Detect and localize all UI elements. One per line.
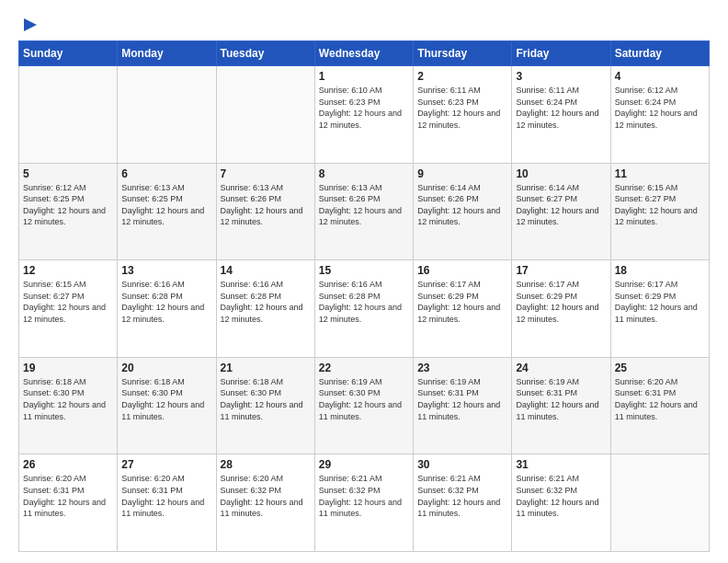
weekday-header-friday: Friday xyxy=(512,41,610,66)
day-number: 27 xyxy=(121,458,211,471)
day-info: Sunrise: 6:20 AM Sunset: 6:31 PM Dayligh… xyxy=(121,473,211,519)
day-info: Sunrise: 6:20 AM Sunset: 6:31 PM Dayligh… xyxy=(615,376,705,422)
day-info: Sunrise: 6:14 AM Sunset: 6:26 PM Dayligh… xyxy=(417,182,507,228)
day-info: Sunrise: 6:13 AM Sunset: 6:26 PM Dayligh… xyxy=(319,182,409,228)
day-number: 18 xyxy=(615,264,705,277)
day-info: Sunrise: 6:11 AM Sunset: 6:24 PM Dayligh… xyxy=(516,85,606,131)
weekday-header-row: SundayMondayTuesdayWednesdayThursdayFrid… xyxy=(19,41,710,66)
calendar-week-row: 19Sunrise: 6:18 AM Sunset: 6:30 PM Dayli… xyxy=(19,357,710,454)
day-info: Sunrise: 6:21 AM Sunset: 6:32 PM Dayligh… xyxy=(417,473,507,519)
day-number: 31 xyxy=(516,458,606,471)
calendar-cell xyxy=(19,66,118,164)
calendar-cell: 7Sunrise: 6:13 AM Sunset: 6:26 PM Daylig… xyxy=(216,163,314,260)
calendar-week-row: 1Sunrise: 6:10 AM Sunset: 6:23 PM Daylig… xyxy=(19,66,710,164)
day-number: 6 xyxy=(121,167,211,180)
calendar-cell: 9Sunrise: 6:14 AM Sunset: 6:26 PM Daylig… xyxy=(414,163,512,260)
weekday-header-tuesday: Tuesday xyxy=(216,41,314,66)
day-info: Sunrise: 6:17 AM Sunset: 6:29 PM Dayligh… xyxy=(516,279,606,325)
calendar-cell: 23Sunrise: 6:19 AM Sunset: 6:31 PM Dayli… xyxy=(414,357,512,454)
day-info: Sunrise: 6:16 AM Sunset: 6:28 PM Dayligh… xyxy=(221,279,311,325)
calendar-cell: 20Sunrise: 6:18 AM Sunset: 6:30 PM Dayli… xyxy=(118,357,216,454)
day-number: 29 xyxy=(319,458,409,471)
day-info: Sunrise: 6:16 AM Sunset: 6:28 PM Dayligh… xyxy=(121,279,211,325)
day-number: 12 xyxy=(23,264,113,277)
day-info: Sunrise: 6:13 AM Sunset: 6:26 PM Dayligh… xyxy=(221,182,311,228)
calendar-cell: 24Sunrise: 6:19 AM Sunset: 6:31 PM Dayli… xyxy=(512,357,610,454)
day-info: Sunrise: 6:15 AM Sunset: 6:27 PM Dayligh… xyxy=(615,182,705,228)
calendar-cell: 31Sunrise: 6:21 AM Sunset: 6:32 PM Dayli… xyxy=(512,454,610,552)
day-number: 25 xyxy=(615,362,705,374)
day-number: 15 xyxy=(319,264,409,277)
day-info: Sunrise: 6:17 AM Sunset: 6:29 PM Dayligh… xyxy=(417,279,507,325)
calendar-cell: 16Sunrise: 6:17 AM Sunset: 6:29 PM Dayli… xyxy=(414,260,512,358)
weekday-header-thursday: Thursday xyxy=(414,41,512,66)
calendar-cell xyxy=(118,66,216,164)
day-info: Sunrise: 6:12 AM Sunset: 6:25 PM Dayligh… xyxy=(23,182,113,228)
day-number: 10 xyxy=(516,167,606,180)
calendar-cell: 22Sunrise: 6:19 AM Sunset: 6:30 PM Dayli… xyxy=(314,357,413,454)
calendar-cell xyxy=(216,66,314,164)
day-info: Sunrise: 6:19 AM Sunset: 6:31 PM Dayligh… xyxy=(516,376,606,422)
calendar-week-row: 5Sunrise: 6:12 AM Sunset: 6:25 PM Daylig… xyxy=(19,163,710,260)
calendar-cell: 14Sunrise: 6:16 AM Sunset: 6:28 PM Dayli… xyxy=(216,260,314,358)
day-number: 2 xyxy=(417,70,507,83)
day-info: Sunrise: 6:11 AM Sunset: 6:23 PM Dayligh… xyxy=(417,85,507,131)
calendar-cell: 30Sunrise: 6:21 AM Sunset: 6:32 PM Dayli… xyxy=(414,454,512,552)
day-number: 9 xyxy=(417,167,507,180)
day-number: 3 xyxy=(516,70,606,83)
svg-marker-0 xyxy=(24,18,37,31)
day-number: 7 xyxy=(221,167,311,180)
day-number: 26 xyxy=(23,458,113,471)
calendar-cell: 18Sunrise: 6:17 AM Sunset: 6:29 PM Dayli… xyxy=(610,260,709,358)
weekday-header-monday: Monday xyxy=(118,41,216,66)
calendar-cell: 8Sunrise: 6:13 AM Sunset: 6:26 PM Daylig… xyxy=(314,163,413,260)
weekday-header-sunday: Sunday xyxy=(19,41,118,66)
day-info: Sunrise: 6:17 AM Sunset: 6:29 PM Dayligh… xyxy=(615,279,705,325)
day-number: 20 xyxy=(121,362,211,374)
day-number: 14 xyxy=(221,264,311,277)
day-info: Sunrise: 6:19 AM Sunset: 6:30 PM Dayligh… xyxy=(319,376,409,422)
day-number: 22 xyxy=(319,362,409,374)
logo xyxy=(18,15,40,31)
day-info: Sunrise: 6:13 AM Sunset: 6:25 PM Dayligh… xyxy=(121,182,211,228)
day-info: Sunrise: 6:20 AM Sunset: 6:31 PM Dayligh… xyxy=(23,473,113,519)
calendar-cell: 5Sunrise: 6:12 AM Sunset: 6:25 PM Daylig… xyxy=(19,163,118,260)
calendar-cell: 6Sunrise: 6:13 AM Sunset: 6:25 PM Daylig… xyxy=(118,163,216,260)
day-number: 11 xyxy=(615,167,705,180)
day-number: 1 xyxy=(319,70,409,83)
calendar-cell: 12Sunrise: 6:15 AM Sunset: 6:27 PM Dayli… xyxy=(19,260,118,358)
day-number: 5 xyxy=(23,167,113,180)
day-info: Sunrise: 6:14 AM Sunset: 6:27 PM Dayligh… xyxy=(516,182,606,228)
day-number: 28 xyxy=(221,458,311,471)
calendar-cell xyxy=(610,454,709,552)
logo-icon xyxy=(20,15,40,35)
day-number: 21 xyxy=(221,362,311,374)
calendar-cell: 29Sunrise: 6:21 AM Sunset: 6:32 PM Dayli… xyxy=(314,454,413,552)
calendar-cell: 1Sunrise: 6:10 AM Sunset: 6:23 PM Daylig… xyxy=(314,66,413,164)
day-info: Sunrise: 6:16 AM Sunset: 6:28 PM Dayligh… xyxy=(319,279,409,325)
day-number: 24 xyxy=(516,362,606,374)
day-info: Sunrise: 6:12 AM Sunset: 6:24 PM Dayligh… xyxy=(615,85,705,131)
calendar-cell: 15Sunrise: 6:16 AM Sunset: 6:28 PM Dayli… xyxy=(314,260,413,358)
day-info: Sunrise: 6:21 AM Sunset: 6:32 PM Dayligh… xyxy=(516,473,606,519)
weekday-header-wednesday: Wednesday xyxy=(314,41,413,66)
day-info: Sunrise: 6:18 AM Sunset: 6:30 PM Dayligh… xyxy=(221,376,311,422)
calendar-cell: 19Sunrise: 6:18 AM Sunset: 6:30 PM Dayli… xyxy=(19,357,118,454)
day-number: 17 xyxy=(516,264,606,277)
calendar-cell: 17Sunrise: 6:17 AM Sunset: 6:29 PM Dayli… xyxy=(512,260,610,358)
day-number: 23 xyxy=(417,362,507,374)
calendar-week-row: 26Sunrise: 6:20 AM Sunset: 6:31 PM Dayli… xyxy=(19,454,710,552)
day-number: 30 xyxy=(417,458,507,471)
day-number: 16 xyxy=(417,264,507,277)
calendar-week-row: 12Sunrise: 6:15 AM Sunset: 6:27 PM Dayli… xyxy=(19,260,710,358)
page: SundayMondayTuesdayWednesdayThursdayFrid… xyxy=(0,0,728,563)
header xyxy=(18,15,710,31)
calendar-cell: 11Sunrise: 6:15 AM Sunset: 6:27 PM Dayli… xyxy=(610,163,709,260)
calendar-cell: 4Sunrise: 6:12 AM Sunset: 6:24 PM Daylig… xyxy=(610,66,709,164)
calendar-table: SundayMondayTuesdayWednesdayThursdayFrid… xyxy=(18,40,710,552)
calendar-cell: 26Sunrise: 6:20 AM Sunset: 6:31 PM Dayli… xyxy=(19,454,118,552)
day-info: Sunrise: 6:19 AM Sunset: 6:31 PM Dayligh… xyxy=(417,376,507,422)
calendar-cell: 25Sunrise: 6:20 AM Sunset: 6:31 PM Dayli… xyxy=(610,357,709,454)
day-info: Sunrise: 6:15 AM Sunset: 6:27 PM Dayligh… xyxy=(23,279,113,325)
weekday-header-saturday: Saturday xyxy=(610,41,709,66)
